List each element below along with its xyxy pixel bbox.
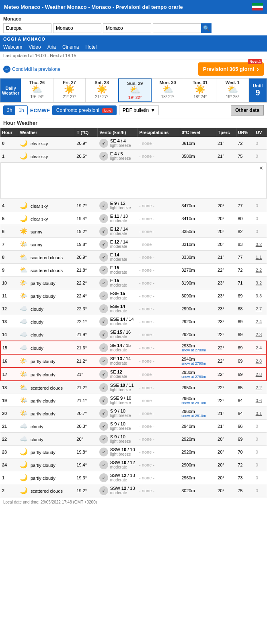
temp-cell: 20° bbox=[75, 433, 98, 446]
zero-cell: 3020m bbox=[180, 484, 216, 497]
hour-cell: 4 bbox=[0, 199, 18, 212]
uv-cell: 2.7 bbox=[254, 302, 267, 315]
weather-desc: scattered clouds bbox=[31, 489, 63, 493]
ur-cell: 77 bbox=[236, 251, 254, 264]
temp-cell: 21° bbox=[75, 367, 98, 381]
nav-video[interactable]: Video bbox=[29, 44, 41, 50]
region-input[interactable] bbox=[3, 23, 51, 33]
daily-thu26[interactable]: Thu. 26 ⛅ 19° 24° bbox=[21, 78, 53, 102]
weather-icon: ⛅ bbox=[20, 266, 28, 273]
precip-cell: - none - bbox=[138, 251, 180, 264]
wind-arrow-icon: ↙ bbox=[99, 357, 108, 365]
daily-sat28[interactable]: Sat. 28 ☀️ 21° 27° bbox=[86, 78, 118, 102]
table-row: 10 🌤️ partly cloudy 22.2° ↙ E 15 moderat… bbox=[0, 277, 267, 289]
col-wind: Vento (km/h) bbox=[98, 128, 138, 137]
wind-cell: ↙ E 11 / 13 moderate bbox=[98, 212, 138, 225]
nav-cinema[interactable]: Cinema bbox=[62, 44, 79, 50]
weather-cell: 🌙 clear sky bbox=[18, 150, 75, 163]
weather-desc: cloudy bbox=[31, 346, 43, 351]
ur-cell: 82 bbox=[236, 225, 254, 238]
precip-cell: - none - bbox=[138, 458, 180, 471]
wind-cell: ↙ S 9 / 10 light breeze bbox=[98, 407, 138, 420]
nav-hotel[interactable]: Hotel bbox=[85, 44, 97, 50]
city-input[interactable] bbox=[103, 23, 151, 33]
1h-button[interactable]: 1h bbox=[15, 106, 27, 115]
ur-cell: 69 bbox=[236, 328, 254, 341]
share-link[interactable]: ↩ Condividi la previsione bbox=[3, 66, 60, 73]
nav-webcam[interactable]: Webcam bbox=[3, 44, 22, 50]
temp-cell: 20.5° bbox=[75, 150, 98, 163]
chevron-right-icon: › bbox=[257, 65, 259, 73]
hour-cell: 18 bbox=[0, 381, 18, 394]
weather-icon: ☁️ bbox=[20, 423, 28, 429]
share-row: ↩ Condividi la previsione Novità Previsi… bbox=[0, 60, 267, 78]
col-hour: Hour bbox=[0, 128, 18, 137]
zero-cell: 2920m bbox=[180, 446, 216, 458]
weather-icon: ⛅ bbox=[20, 384, 28, 391]
wind-arrow-icon: ↙ bbox=[99, 291, 108, 300]
hour-cell: 12 bbox=[0, 302, 18, 315]
precip-cell: - none - bbox=[138, 199, 180, 212]
weather-icon: 🌙 bbox=[20, 487, 28, 494]
uv-cell: 0 bbox=[254, 225, 267, 238]
temp-cell: 20.9° bbox=[75, 251, 98, 264]
weather-cell: 🌙 partly cloudy bbox=[18, 458, 75, 471]
table-row: 5 🌙 clear sky 19.4° ↙ E 11 / 13 moderate… bbox=[0, 212, 267, 225]
wind-cell: ↙ E 14 moderate bbox=[98, 251, 138, 264]
zero-cell: 3410m bbox=[180, 212, 216, 225]
uv-cell: 0 bbox=[254, 484, 267, 497]
nav-aria[interactable]: Aria bbox=[47, 44, 56, 50]
zero-cell: 2920m bbox=[180, 433, 216, 446]
weather-cell: 🌤️ sunny bbox=[18, 238, 75, 251]
wind-arrow-icon: ↙ bbox=[99, 473, 108, 482]
weather-icon: 🌤️ bbox=[20, 397, 28, 404]
zero-cell: 2930m snow at 2780m bbox=[180, 341, 216, 354]
daily-wed1[interactable]: Wed. 1 ⛅ 19° 25° bbox=[216, 78, 249, 102]
hour-cell: 8 bbox=[0, 251, 18, 264]
popup-close-button[interactable]: × bbox=[259, 165, 263, 172]
uv-cell: 0 bbox=[254, 212, 267, 225]
ur-cell: 80 bbox=[236, 212, 254, 225]
ur-cell: 69 bbox=[236, 354, 254, 367]
hour-toggle: 3h 1h bbox=[3, 105, 28, 115]
zero-cell: 3610m bbox=[180, 137, 216, 150]
precip-cell: - none - bbox=[138, 289, 180, 302]
hour-cell: 20 bbox=[0, 407, 18, 420]
daily-mon30[interactable]: Mon. 30 ⛅ 18° 22° bbox=[152, 78, 184, 102]
weather-cell: ⛅ scattered clouds bbox=[18, 251, 75, 264]
daily-fri27[interactable]: Fri. 27 ☀️ 21° 27° bbox=[53, 78, 86, 102]
temp-cell: 19.2° bbox=[75, 484, 98, 497]
daily-sun29[interactable]: Sun. 29 ⛅ 19° 22° bbox=[118, 78, 152, 102]
country-input[interactable] bbox=[53, 23, 101, 33]
weather-icon: 🌤️ bbox=[20, 357, 28, 364]
zero-cell: 3330m bbox=[180, 251, 216, 264]
other-data-button[interactable]: Other data bbox=[231, 105, 264, 116]
table-row: 23 🌙 partly cloudy 19.8° ↙ SSW 10 / 10 l… bbox=[0, 446, 267, 458]
wind-cell: ↙ ESE 14 / 14 moderate bbox=[98, 315, 138, 328]
weather-icon: ⛅ bbox=[20, 254, 28, 260]
weather-icon: 🌤️ bbox=[20, 371, 28, 378]
temp-cell: 20.3° bbox=[75, 420, 98, 433]
hour-weather-label: Hour Weather bbox=[0, 118, 267, 128]
ur-cell: 69 bbox=[236, 433, 254, 446]
3h-button[interactable]: 3h bbox=[4, 106, 15, 115]
tperc-cell: 23° bbox=[216, 277, 236, 289]
tperc-cell: 20° bbox=[216, 433, 236, 446]
zero-cell: 3190m bbox=[180, 277, 216, 289]
confronto-button[interactable]: Confronto previsioni New bbox=[52, 105, 117, 115]
ur-cell: 83 bbox=[236, 238, 254, 251]
zero-cell: 2990m bbox=[180, 302, 216, 315]
ur-cell: 69 bbox=[236, 367, 254, 381]
previsioni-button[interactable]: Novità Previsioni 365 giorni › bbox=[198, 62, 264, 76]
pdf-button[interactable]: PDF bulletin ▼ bbox=[119, 105, 159, 115]
search-input[interactable] bbox=[153, 23, 201, 33]
weather-table: Hour Weather T (°C) Vento (km/h) Precipi… bbox=[0, 128, 267, 497]
wind-arrow-icon: ↙ bbox=[99, 240, 108, 249]
uv-cell: 2.8 bbox=[254, 354, 267, 367]
daily-tue31[interactable]: Tue. 31 ☀️ 18° 24° bbox=[184, 78, 217, 102]
search-button[interactable]: 🔍 bbox=[201, 23, 212, 33]
weather-icon: 🌤️ bbox=[20, 292, 28, 299]
tperc-cell: 23° bbox=[216, 302, 236, 315]
table-row: 15 ☁️ cloudy 21.6° ↙ SE 14 / 15 moderate… bbox=[0, 341, 267, 354]
wind-cell: ↙ E 12 / 14 moderate bbox=[98, 238, 138, 251]
